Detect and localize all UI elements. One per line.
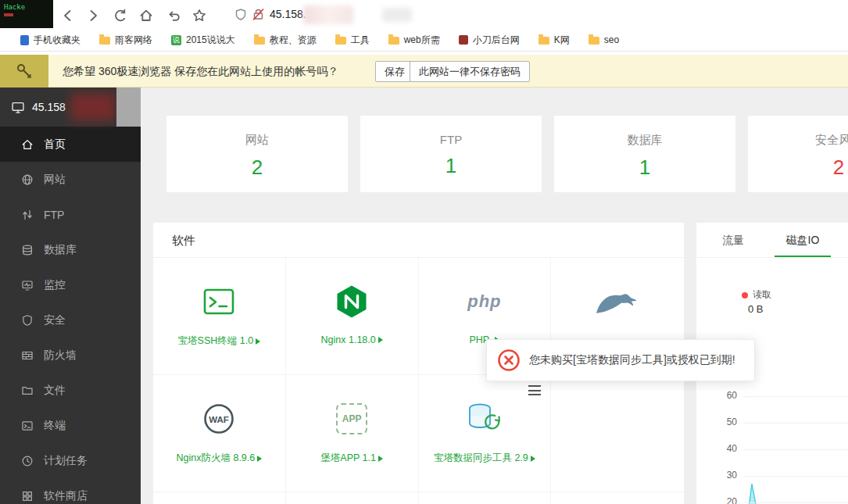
stat-label: 网站 [166, 133, 348, 148]
ftp-icon [21, 209, 34, 221]
bookmark-item[interactable]: 说2015说说大 [171, 34, 235, 47]
y-axis-tick: 20 [714, 496, 737, 504]
firewall-icon [21, 349, 34, 362]
play-icon [257, 456, 262, 462]
legend-read-label: 读取 [753, 288, 771, 302]
software-item-ssh[interactable]: 宝塔SSH终端 1.0 [153, 258, 286, 375]
bookmark-star-button[interactable] [189, 5, 209, 26]
bookmark-item[interactable]: 手机收藏夹 [20, 34, 81, 47]
folder-icon [589, 37, 599, 45]
stat-value: 1 [554, 155, 735, 180]
play-icon [378, 456, 383, 462]
sidebar-item-folder[interactable]: 文件 [0, 373, 141, 408]
sidebar-item-db[interactable]: 数据库 [0, 232, 141, 267]
bookmark-label: web所需 [404, 34, 440, 47]
server-ip-header: 45.158 [0, 88, 141, 127]
tab-thumbnail[interactable]: Hacke [0, 0, 53, 28]
security-shield-icon[interactable] [234, 8, 247, 24]
server-monitor-icon [11, 101, 25, 114]
browser-chrome: Hacke 45.158. 手机收藏夹雨客网络说2015说说大教程、资源工具we… [0, 0, 848, 52]
bookmark-label: 小刀后台网 [473, 34, 520, 47]
software-item-label: Nginx 1.18.0 [321, 334, 383, 345]
bookmark-item[interactable]: K网 [538, 34, 570, 47]
play-icon [378, 337, 383, 343]
sidebar-item-home[interactable]: 首页 [0, 127, 141, 162]
sidebar-item-grid[interactable]: 软件商店 [0, 478, 141, 504]
sync-app-icon [464, 395, 505, 442]
software-item-waf[interactable]: WAFNginx防火墙 8.9.6 [153, 375, 286, 492]
home-icon [21, 138, 34, 151]
sidebar-item-firewall[interactable]: 防火墙 [0, 338, 141, 373]
password-never-save-button[interactable]: 此网站一律不保存密码 [410, 61, 530, 82]
sidebar-item-shield[interactable]: 安全 [0, 302, 141, 338]
bookmark-label: 2015说说大 [186, 34, 235, 47]
license-error-toast: 您未购买[宝塔数据同步工具]或授权已到期! [486, 339, 755, 381]
sidebar-item-clock[interactable]: 计划任务 [0, 443, 141, 478]
server-ip-label: 45.158 [32, 101, 66, 113]
sidebar-item-label: 网站 [44, 173, 66, 187]
redacted-ip-blur [70, 93, 116, 121]
toast-message: 您未购买[宝塔数据同步工具]或授权已到期! [529, 353, 735, 367]
bookmark-label: K网 [554, 34, 570, 47]
bookmark-item[interactable]: 小刀后台网 [459, 34, 520, 47]
sidebar-item-label: 安全 [44, 313, 66, 327]
software-item-label: 宝塔数据同步工具 2.9 [434, 452, 535, 465]
stat-value: 1 [360, 154, 542, 178]
main-content: 网站2FTP1数据库1安全风险2 软件 宝塔SSH终端 1.0Nginx 1.1… [141, 88, 848, 504]
stat-card-1[interactable]: 网站2 [166, 116, 348, 192]
tab-disk-io[interactable]: 磁盘IO [775, 223, 831, 257]
software-item-app[interactable]: APP堡塔APP 1.1 [286, 375, 419, 492]
bookmark-item[interactable]: seo [589, 34, 619, 45]
undo-arrow-icon [166, 8, 182, 23]
bookmark-item[interactable]: 雨客网络 [99, 34, 152, 47]
gridline [743, 449, 848, 450]
tab-traffic[interactable]: 流量 [710, 223, 757, 257]
sidebar-item-monitor[interactable]: 监控 [0, 267, 141, 302]
password-save-button[interactable]: 保存 [375, 61, 414, 82]
shield-icon [21, 314, 34, 327]
bookmark-item[interactable]: 教程、资源 [254, 34, 317, 47]
software-panel-header: 软件 [153, 223, 684, 258]
bookmark-item[interactable]: 工具 [335, 34, 370, 47]
home-icon [138, 8, 154, 23]
software-item-nginx[interactable]: Nginx 1.18.0 [286, 258, 419, 375]
undo-button[interactable] [164, 5, 184, 26]
stat-card-4[interactable]: 安全风险2 [748, 116, 848, 192]
folder-icon [388, 37, 399, 45]
nginx-app-icon [335, 278, 369, 325]
password-save-bar: 您希望 360极速浏览器 保存您在此网站上使用的帐号吗？ 保存 此网站一律不保存… [0, 55, 848, 88]
legend-read: 读取 [742, 288, 771, 302]
software-item-empty [551, 375, 684, 492]
forward-button[interactable] [83, 5, 103, 26]
software-item-label: 宝塔SSH终端 1.0 [178, 334, 261, 348]
hamburger-menu-icon[interactable] [528, 385, 541, 395]
disk-io-chart [743, 396, 848, 504]
shuo-badge-icon: 说 [171, 35, 181, 45]
sidebar-item-label: FTP [44, 209, 64, 221]
site-favicon-icon [459, 35, 468, 45]
insecure-lock-icon[interactable] [252, 8, 265, 24]
stat-card-3[interactable]: 数据库1 [554, 116, 735, 192]
refresh-button[interactable] [109, 5, 130, 26]
sidebar-item-label: 防火墙 [44, 349, 77, 363]
legend-read-value: 0 B [748, 303, 764, 315]
folder-icon [538, 37, 549, 45]
back-button[interactable] [58, 5, 78, 26]
bookmark-item[interactable]: web所需 [388, 34, 440, 47]
software-item-empty [551, 492, 684, 504]
sidebar: 45.158 首页网站FTP数据库监控安全防火墙文件终端计划任务软件商店 [0, 88, 141, 504]
forward-arrow-icon [85, 8, 101, 23]
php-app-icon: php [467, 278, 501, 325]
stat-value: 2 [166, 155, 348, 180]
home-button[interactable] [136, 5, 156, 26]
grid-icon [21, 490, 34, 502]
software-title: 软件 [153, 223, 195, 258]
sidebar-item-ftp[interactable]: FTP [0, 197, 141, 232]
gridline [743, 423, 848, 424]
refresh-icon [112, 8, 127, 23]
sidebar-item-globe[interactable]: 网站 [0, 162, 141, 197]
stat-label: FTP [360, 133, 542, 146]
sidebar-item-terminal[interactable]: 终端 [0, 408, 141, 443]
url-text[interactable]: 45.158. [270, 8, 306, 20]
stat-card-2[interactable]: FTP1 [360, 116, 542, 192]
